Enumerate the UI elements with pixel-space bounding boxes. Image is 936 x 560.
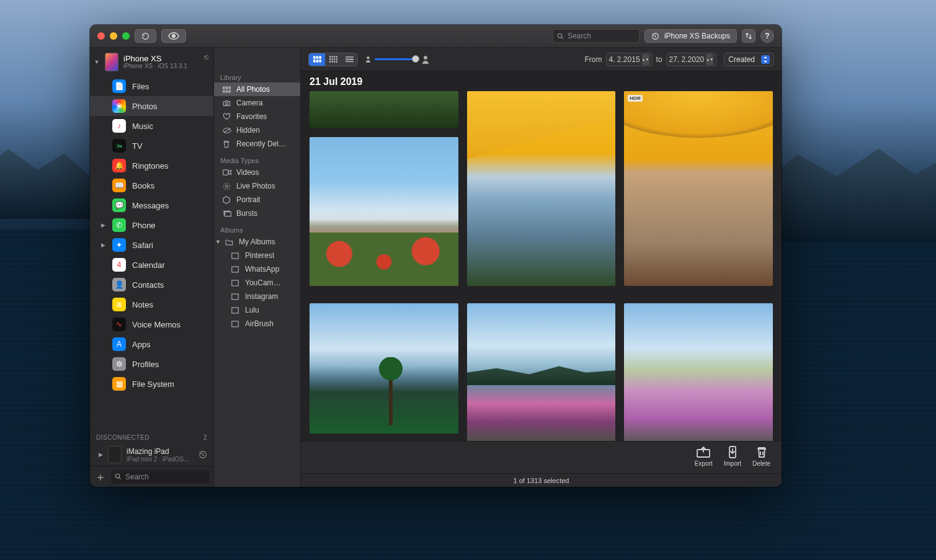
close-button[interactable] <box>97 32 105 40</box>
import-button[interactable]: Import <box>724 445 741 467</box>
app-icon: ▦ <box>112 377 126 391</box>
sidebar-search[interactable]: Search <box>111 470 210 484</box>
disconnected-device[interactable]: ▶ iMazing iPad iPad mini 2 · iPadOS… <box>90 443 213 466</box>
source-item-videos[interactable]: Videos <box>214 166 300 179</box>
maximize-button[interactable] <box>122 32 130 40</box>
source-item-recently-del-[interactable]: Recently Del… <box>214 137 300 151</box>
view-mode-large-grid[interactable] <box>309 53 325 66</box>
sidebar-item-files[interactable]: 📄Files <box>90 76 213 96</box>
source-item-lulu[interactable]: Lulu <box>214 303 300 317</box>
photo-thumbnail[interactable] <box>624 303 773 441</box>
view-mode-list[interactable] <box>341 53 357 66</box>
slider-track[interactable] <box>375 58 418 60</box>
source-item-camera[interactable]: Camera <box>214 96 300 110</box>
app-icon: 4 <box>112 258 126 272</box>
source-item-live-photos[interactable]: Live Photos <box>214 179 300 193</box>
slider-knob[interactable] <box>412 55 419 63</box>
sidebar-item-file-system[interactable]: ▦File System <box>90 374 213 394</box>
source-item-label: Bursts <box>236 209 257 218</box>
toolbar-search[interactable]: Search <box>553 29 640 43</box>
photo-thumbnail[interactable] <box>310 91 458 128</box>
chevron-down-icon: ▼ <box>94 59 100 65</box>
sidebar-item-phone[interactable]: ▶✆Phone <box>90 215 213 235</box>
sidebar-item-label: Photos <box>132 102 157 111</box>
photo-grid-viewport[interactable]: 21 Jul 2019 HDR <box>301 71 782 441</box>
import-label: Import <box>724 460 741 467</box>
stepper-icon[interactable]: ▲▼ <box>706 54 713 65</box>
sidebar-item-profiles[interactable]: ⚙Profiles <box>90 354 213 374</box>
delete-button[interactable]: Delete <box>752 445 770 467</box>
stepper-icon[interactable]: ▲▼ <box>642 54 649 65</box>
sidebar-item-photos[interactable]: ❀Photos <box>90 96 213 116</box>
source-item-instagram[interactable]: Instagram <box>214 290 300 303</box>
svg-rect-8 <box>228 90 231 92</box>
source-item-airbrush[interactable]: AirBrush <box>214 317 300 331</box>
sidebar-item-label: Music <box>132 122 153 131</box>
sidebar-item-calendar[interactable]: 4Calendar <box>90 255 213 275</box>
help-button[interactable]: ? <box>760 29 774 43</box>
svg-rect-26 <box>329 56 331 57</box>
sidebar-item-messages[interactable]: 💬Messages <box>90 195 213 215</box>
photo-thumbnail[interactable] <box>310 303 458 433</box>
svg-rect-4 <box>226 86 228 89</box>
sidebar-item-tv[interactable]: tvTV <box>90 136 213 156</box>
sidebar-item-books[interactable]: 📖Books <box>90 176 213 195</box>
svg-rect-16 <box>232 280 239 286</box>
sidebar-item-label: File System <box>132 380 174 389</box>
content-area: From 4. 2.2015 ▲▼ to 27. 2.2020 ▲▼ Creat… <box>301 48 782 487</box>
source-item-whatsapp[interactable]: WhatsApp <box>214 262 300 276</box>
source-item-portrait[interactable]: Portrait <box>214 193 300 207</box>
sidebar-item-safari[interactable]: ▶✦Safari <box>90 235 213 255</box>
source-item-label: AirBrush <box>245 319 274 328</box>
sidebar-item-apps[interactable]: AApps <box>90 334 213 354</box>
minimize-button[interactable] <box>110 32 117 40</box>
svg-rect-13 <box>225 211 231 216</box>
source-item-pinterest[interactable]: Pinterest <box>214 249 300 262</box>
sidebar-item-ringtones[interactable]: 🔔Ringtones <box>90 156 213 176</box>
sidebar-item-label: Notes <box>132 300 153 309</box>
album-icon <box>231 293 240 300</box>
source-item-all-photos[interactable]: All Photos <box>214 82 300 96</box>
history-icon <box>651 32 659 40</box>
my-albums-row[interactable]: ▼ My Albums <box>214 235 300 249</box>
source-item-favorites[interactable]: Favorites <box>214 110 300 123</box>
sort-dropdown[interactable]: Created <box>724 53 774 66</box>
backups-button[interactable]: iPhone XS Backups <box>644 29 737 43</box>
svg-rect-21 <box>316 56 318 58</box>
source-item-youcam-[interactable]: YouCam… <box>214 276 300 290</box>
status-bar: 1 of 1313 selected <box>301 473 782 487</box>
to-date-input[interactable]: 27. 2.2020 ▲▼ <box>666 53 717 66</box>
refresh-icon <box>141 32 149 40</box>
photo-thumbnail[interactable] <box>467 91 616 286</box>
disconnected-device-subtitle: iPad mini 2 · iPadOS… <box>127 456 190 463</box>
date-filter: From 4. 2.2015 ▲▼ to 27. 2.2020 ▲▼ <box>585 53 717 66</box>
device-sidebar: ▼ iPhone XS iPhone XS · iOS 13.3.1 ⎋ 📄Fi… <box>90 48 214 487</box>
sidebar-item-voice-memos[interactable]: ∿Voice Memos <box>90 314 213 334</box>
svg-rect-7 <box>226 90 228 92</box>
svg-rect-30 <box>329 58 331 60</box>
photo-thumbnail[interactable] <box>310 137 458 286</box>
media-group-label: Media Types <box>214 154 300 166</box>
thumbnail-size-slider[interactable] <box>365 55 429 64</box>
sidebar-item-contacts[interactable]: 👤Contacts <box>90 275 213 295</box>
help-icon: ? <box>765 32 769 40</box>
sort-value: Created <box>728 55 755 64</box>
add-button[interactable]: ＋ <box>94 470 107 484</box>
sidebar-item-notes[interactable]: ≣Notes <box>90 295 213 314</box>
app-icon: 📖 <box>112 179 126 192</box>
history-icon[interactable] <box>198 450 207 459</box>
svg-rect-28 <box>334 56 335 57</box>
sidebar-item-music[interactable]: ♪Music <box>90 116 213 136</box>
svg-rect-37 <box>336 61 337 62</box>
refresh-button[interactable] <box>135 29 156 43</box>
source-item-bursts[interactable]: Bursts <box>214 207 300 220</box>
device-header[interactable]: ▼ iPhone XS iPhone XS · iOS 13.3.1 ⎋ <box>90 48 213 76</box>
photo-thumbnail[interactable]: HDR <box>624 91 773 286</box>
source-item-hidden[interactable]: Hidden <box>214 123 300 137</box>
export-button[interactable]: Export <box>695 445 713 467</box>
photo-thumbnail[interactable] <box>467 303 616 441</box>
preview-button[interactable] <box>161 29 186 43</box>
view-mode-small-grid[interactable] <box>325 53 341 66</box>
transfer-button[interactable] <box>742 29 755 43</box>
from-date-input[interactable]: 4. 2.2015 ▲▼ <box>606 53 653 66</box>
